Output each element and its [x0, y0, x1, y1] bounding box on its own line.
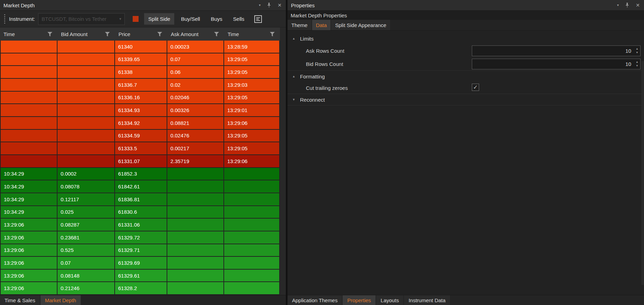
cell-bid-amount: 0.12117 — [58, 193, 115, 206]
spinner-down-icon[interactable]: ▼ — [636, 65, 638, 67]
cell-bid-amount: 0.08287 — [58, 219, 115, 231]
panel-menu-caret-icon[interactable]: ▾ — [259, 3, 261, 7]
cell-time-left: 13:29:06 — [0, 231, 58, 244]
row-gutter — [280, 206, 286, 219]
row-gutter — [280, 142, 286, 155]
view-button-sells[interactable]: Sells — [229, 13, 249, 25]
cell-ask-amount: 0.06 — [167, 66, 224, 79]
section-formatting[interactable]: ▲ Formatting — [288, 71, 644, 82]
depth-row-bid[interactable]: 10:34:290.1211761836.81 — [0, 193, 286, 206]
cell-bid-amount: 0.0002 — [58, 168, 115, 181]
row-gutter — [280, 66, 286, 79]
cell-price: 61329.69 — [115, 257, 167, 270]
cell-time-right — [224, 180, 280, 193]
view-button-buys[interactable]: Buys — [206, 13, 226, 25]
depth-row-ask[interactable]: 61334.930.0032613:29:01 — [0, 104, 286, 117]
cut-trailing-zeroes-checkbox[interactable]: ✓ — [472, 84, 479, 91]
spinner-up-icon[interactable]: ▲ — [636, 61, 638, 63]
trading-workspace: Market Depth ▾ ✕ Instrument: BTCUSDT, Bi… — [0, 0, 644, 305]
cell-price: 61334.59 — [115, 130, 167, 143]
tab-time-sales[interactable]: Time & Sales — [0, 295, 40, 305]
view-button-split-side[interactable]: Split Side — [144, 13, 174, 25]
spinner-down-icon[interactable]: ▼ — [636, 51, 638, 54]
row-gutter — [280, 130, 286, 143]
cell-price: 61340 — [115, 41, 167, 53]
cell-bid-amount: 0.08078 — [58, 180, 115, 193]
tab-application-themes[interactable]: Application Themes — [288, 295, 342, 305]
panel-menu-caret-icon[interactable]: ▾ — [617, 3, 619, 7]
depth-row-ask[interactable]: 61331.072.3571913:29:06 — [0, 155, 286, 168]
tab-theme[interactable]: Theme — [288, 20, 311, 30]
vertical-scrollbar[interactable] — [642, 61, 644, 285]
settings-list-button[interactable] — [253, 14, 263, 24]
header-gutter — [280, 27, 286, 41]
depth-row-bid[interactable]: 10:34:290.000261852.3 — [0, 168, 286, 181]
cell-ask-amount: 0.07 — [167, 53, 224, 66]
cell-bid-amount — [58, 104, 115, 117]
depth-row-bid[interactable]: 10:34:290.0807861842.61 — [0, 180, 286, 193]
depth-row-ask[interactable]: 61339.650.0713:29:05 — [0, 53, 286, 66]
cell-time-right: 13:28:59 — [224, 41, 280, 53]
close-icon[interactable]: ✕ — [636, 3, 640, 8]
column-header-time-left[interactable]: Time — [0, 27, 58, 41]
depth-row-bid[interactable]: 13:29:060.0761329.69 — [0, 257, 286, 270]
ask-rows-count-input[interactable]: 10 ▲ ▼ — [472, 45, 641, 56]
filter-funnel-icon[interactable] — [214, 32, 219, 36]
section-reconnect[interactable]: ▼ Reconnect — [288, 94, 644, 105]
depth-row-ask[interactable]: 61336.70.0213:29:03 — [0, 79, 286, 92]
depth-row-bid[interactable]: 13:29:060.2124661328.2 — [0, 282, 286, 295]
stop-button[interactable] — [130, 14, 141, 24]
depth-row-bid[interactable]: 10:34:290.02561830.6 — [0, 206, 286, 219]
filter-funnel-icon[interactable] — [47, 32, 52, 36]
close-icon[interactable]: ✕ — [277, 3, 282, 8]
depth-row-bid[interactable]: 13:29:060.0814861329.61 — [0, 270, 286, 282]
depth-row-ask[interactable]: 613400.0002313:28:59 — [0, 41, 286, 53]
tab-data[interactable]: Data — [312, 20, 331, 30]
cell-ask-amount — [167, 270, 224, 282]
row-gutter — [280, 270, 286, 282]
row-gutter — [280, 117, 286, 130]
cell-time-left: 10:34:29 — [0, 180, 58, 193]
toolbar-drag-handle[interactable] — [0, 14, 9, 24]
depth-row-bid[interactable]: 13:29:060.0828761331.06 — [0, 219, 286, 231]
column-header-time-right[interactable]: Time — [224, 27, 280, 41]
tab-properties[interactable]: Properties — [343, 295, 375, 305]
instrument-combobox[interactable]: BTCUSDT, Bitcoin vs Tether ▾ — [38, 13, 125, 25]
tab-instrument-data[interactable]: Instrument Data — [404, 295, 450, 305]
cell-time-left: 13:29:06 — [0, 257, 58, 270]
column-header-price[interactable]: Price — [115, 27, 167, 41]
pin-icon[interactable] — [267, 3, 271, 8]
depth-row-bid[interactable]: 13:29:060.2368161329.72 — [0, 231, 286, 244]
depth-row-bid[interactable]: 13:29:060.52561329.71 — [0, 244, 286, 257]
row-gutter — [280, 155, 286, 168]
filter-funnel-icon[interactable] — [157, 32, 162, 36]
tab-split-side-appearance[interactable]: Split Side Appearance — [331, 20, 390, 30]
column-header-ask-amount[interactable]: Ask Amount — [167, 27, 224, 41]
cell-bid-amount — [58, 92, 115, 104]
cell-time-right: 13:29:05 — [224, 66, 280, 79]
market-depth-titlebar: Market Depth ▾ ✕ — [0, 0, 286, 10]
tab-layouts[interactable]: Layouts — [376, 295, 404, 305]
spinner-up-icon[interactable]: ▲ — [636, 48, 638, 50]
depth-row-ask[interactable]: 61334.590.0247613:29:05 — [0, 130, 286, 143]
depth-row-ask[interactable]: 61336.160.0204613:29:05 — [0, 92, 286, 104]
filter-funnel-icon[interactable] — [105, 32, 110, 36]
cell-time-left — [0, 92, 58, 104]
pin-icon[interactable] — [625, 3, 629, 8]
properties-content: ▲ Limits Ask Rows Count 10 ▲ ▼ Bid Rows … — [288, 31, 644, 295]
depth-row-ask[interactable]: 61334.920.0882113:29:06 — [0, 117, 286, 130]
row-gutter — [280, 180, 286, 193]
depth-row-ask[interactable]: 61333.50.0021713:29:05 — [0, 142, 286, 155]
depth-table-body: 613400.0002313:28:5961339.650.0713:29:05… — [0, 41, 286, 295]
tab-market-depth[interactable]: Market Depth — [41, 295, 81, 305]
view-button-buy-sell[interactable]: Buy/Sell — [177, 13, 204, 25]
cell-price: 61336.7 — [115, 79, 167, 92]
depth-row-ask[interactable]: 613380.0613:29:05 — [0, 66, 286, 79]
column-header-bid-amount[interactable]: Bid Amount — [58, 27, 115, 41]
cell-ask-amount: 0.08821 — [167, 117, 224, 130]
panel-title: Properties — [291, 2, 315, 8]
section-limits[interactable]: ▲ Limits — [288, 33, 644, 44]
bid-rows-count-input[interactable]: 10 ▲ ▼ — [472, 59, 641, 69]
cell-time-right — [224, 282, 280, 295]
filter-funnel-icon[interactable] — [270, 32, 275, 36]
